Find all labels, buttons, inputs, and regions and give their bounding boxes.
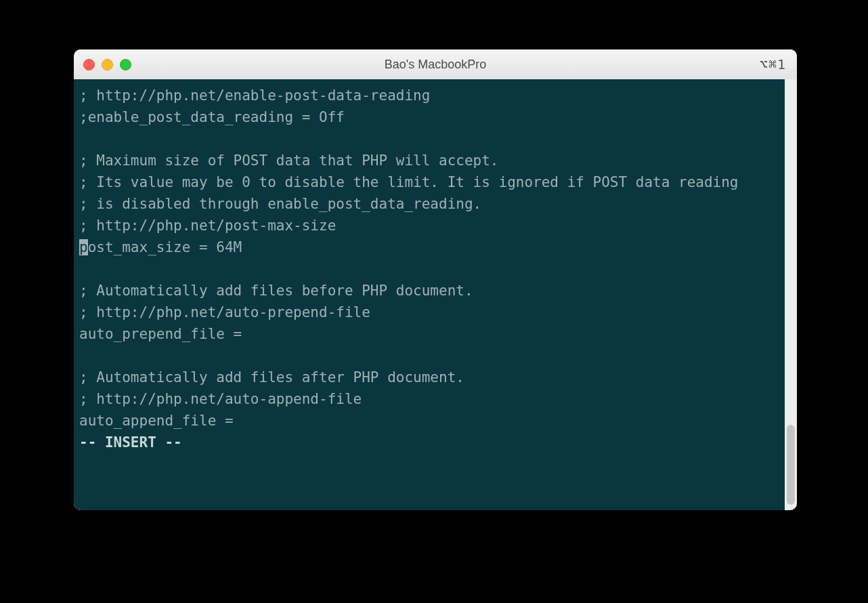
vim-mode-line: -- INSERT -- [79,434,182,451]
config-line: ; Automatically add files after PHP docu… [79,369,464,386]
config-line: ; Automatically add files before PHP doc… [79,283,473,299]
zoom-icon[interactable] [120,59,131,70]
minimize-icon[interactable] [102,59,113,70]
config-line: ; Its value may be 0 to disable the limi… [79,174,739,190]
window-controls [83,49,131,79]
config-line: ; http://php.net/enable-post-data-readin… [79,87,430,104]
config-line: ; http://php.net/auto-prepend-file [79,304,370,320]
window-shortcut: ⌥⌘1 [760,49,786,79]
config-line: auto_prepend_file = [79,326,242,342]
config-line: ; Maximum size of POST data that PHP wil… [79,152,499,169]
config-line: auto_append_file = [79,413,234,429]
text-cursor: p [79,239,88,255]
terminal-viewport[interactable]: ; http://php.net/enable-post-data-readin… [74,79,797,510]
config-line: ;enable_post_data_reading = Off [79,109,345,125]
scrollbar[interactable] [785,79,797,510]
config-line: ; is disabled through enable_post_data_r… [79,196,481,212]
config-line: ost_max_size = 64M [88,239,242,255]
window-title: Bao's MacbookPro [74,58,797,72]
close-icon[interactable] [83,59,95,70]
scrollbar-thumb[interactable] [787,425,795,505]
terminal-text[interactable]: ; http://php.net/enable-post-data-readin… [74,79,785,510]
titlebar[interactable]: Bao's MacbookPro ⌥⌘1 [74,49,797,80]
config-line: ; http://php.net/post-max-size [79,217,336,234]
terminal-window: Bao's MacbookPro ⌥⌘1 ; http://php.net/en… [74,49,797,510]
config-line: ; http://php.net/auto-append-file [79,391,362,407]
